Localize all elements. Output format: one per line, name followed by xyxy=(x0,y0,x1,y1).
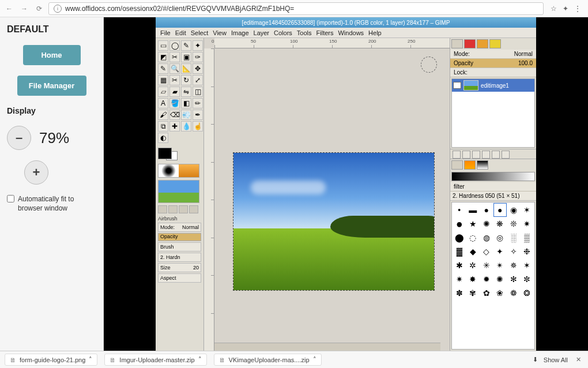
undo-tab[interactable] xyxy=(489,39,501,48)
zoom-in-button[interactable]: + xyxy=(24,160,48,185)
tool-options-tab-2[interactable] xyxy=(168,205,178,213)
tool-smudge[interactable]: ☝ xyxy=(193,121,203,132)
brush-cell[interactable]: ◎ xyxy=(494,231,507,244)
menu-windows[interactable]: Windows xyxy=(338,29,364,36)
brush-cell[interactable]: ❁ xyxy=(507,287,520,299)
brush-cell[interactable]: ● xyxy=(494,204,507,216)
layer-visibility-icon[interactable] xyxy=(453,82,461,89)
brush-cell[interactable]: ✼ xyxy=(521,273,534,286)
tool-color-select[interactable]: ◩ xyxy=(158,52,168,62)
tool-scale[interactable]: ⤢ xyxy=(193,75,203,85)
layer-thumbnail[interactable] xyxy=(463,80,478,91)
tool-clone[interactable]: ⧉ xyxy=(158,121,168,132)
brush-cell[interactable]: ✧ xyxy=(507,245,520,258)
tool-text[interactable]: A xyxy=(158,98,168,108)
brush-cell[interactable]: ✸ xyxy=(467,273,480,286)
brush-cell[interactable]: ✶ xyxy=(521,259,534,272)
brush-cell[interactable]: ✽ xyxy=(453,287,466,299)
new-layer-icon[interactable] xyxy=(453,151,461,159)
tool-rect-select[interactable]: ▭ xyxy=(158,40,168,51)
tool-paintbrush[interactable]: 🖌 xyxy=(158,110,168,120)
home-button[interactable]: Home xyxy=(23,45,81,65)
tool-align[interactable]: ▦ xyxy=(158,75,168,85)
layers-tab[interactable] xyxy=(451,39,463,48)
canvas[interactable] xyxy=(214,48,450,340)
tool-scissors[interactable]: ✂ xyxy=(169,52,180,62)
tool-size-row[interactable]: Size 20 xyxy=(158,263,201,272)
tool-cage[interactable]: ◫ xyxy=(193,87,203,97)
reload-button[interactable]: ⟳ xyxy=(33,3,45,14)
auto-fit-input[interactable] xyxy=(7,195,14,202)
brush-cell[interactable]: ✲ xyxy=(467,259,480,272)
close-download-bar[interactable]: ✕ xyxy=(574,356,583,363)
tool-options-tab-1[interactable] xyxy=(158,205,167,213)
tool-blend[interactable]: ◧ xyxy=(181,98,191,108)
brush-filter-row[interactable]: filter xyxy=(450,182,536,191)
tool-airbrush[interactable]: 💨 xyxy=(181,110,191,120)
chevron-up-icon[interactable]: ˄ xyxy=(89,356,92,363)
tool-dodge[interactable]: ◐ xyxy=(158,133,168,143)
tool-mode-row[interactable]: Mode: Normal xyxy=(158,223,201,232)
tool-heal[interactable]: ✚ xyxy=(169,121,180,132)
brush-cell[interactable]: ▒ xyxy=(521,231,534,244)
menu-help[interactable]: Help xyxy=(368,29,382,36)
tool-aspect-row[interactable]: Aspect xyxy=(158,273,201,283)
brush-cell[interactable]: ✺ xyxy=(480,217,493,230)
anchor-layer-icon[interactable] xyxy=(492,151,500,159)
tool-color-picker[interactable]: ✎ xyxy=(158,63,168,74)
download-item[interactable]: 🗎 VKimageUploader-mas....zip ˄ xyxy=(214,354,322,366)
back-button[interactable]: ← xyxy=(3,3,15,14)
brush-cell[interactable]: ◌ xyxy=(467,231,480,244)
tool-eraser[interactable]: ⌫ xyxy=(169,110,180,120)
menu-image[interactable]: Image xyxy=(231,29,249,36)
brush-cell[interactable]: ✿ xyxy=(480,287,493,299)
brush-cell[interactable]: ✱ xyxy=(453,259,466,272)
brush-preview[interactable] xyxy=(158,164,199,178)
tool-blur[interactable]: 💧 xyxy=(181,121,191,132)
brush-cell[interactable]: ✷ xyxy=(453,273,466,286)
layers-list[interactable]: editimage1 xyxy=(451,78,535,148)
tool-options-tab-3[interactable] xyxy=(179,205,188,213)
bookmark-star-icon[interactable]: ☆ xyxy=(551,5,557,13)
brush-cell[interactable]: ❋ xyxy=(494,217,507,230)
gradients-tab[interactable] xyxy=(477,160,488,170)
tool-foreground[interactable]: ▣ xyxy=(181,52,191,62)
brush-cell[interactable]: ✾ xyxy=(467,287,480,299)
delete-layer-icon[interactable] xyxy=(502,151,510,159)
brush-cell[interactable]: • xyxy=(453,204,466,216)
brush-cell[interactable]: ✳ xyxy=(480,259,493,272)
menu-filters[interactable]: Filters xyxy=(316,29,334,36)
foreground-color[interactable] xyxy=(158,148,172,159)
selection-marquee[interactable] xyxy=(421,57,437,73)
ruler-vertical[interactable] xyxy=(204,48,214,351)
brush-cell[interactable]: ✶ xyxy=(521,204,534,216)
layer-opacity-row[interactable]: Opacity 100.0 xyxy=(450,59,536,68)
image-content[interactable] xyxy=(233,152,435,291)
paths-tab[interactable] xyxy=(477,39,488,48)
patterns-tab[interactable] xyxy=(464,160,476,170)
tool-opacity-slider[interactable]: Opacity xyxy=(158,233,201,241)
brush-cell[interactable]: ● xyxy=(480,204,493,216)
brush-cell[interactable]: ◆ xyxy=(467,245,480,258)
brush-cell[interactable]: ▓ xyxy=(453,245,466,258)
menu-layer[interactable]: Layer xyxy=(254,29,270,36)
gradient-preview[interactable] xyxy=(451,172,535,181)
tool-free-select[interactable]: ✎ xyxy=(181,40,191,51)
extension-icon[interactable]: ✦ xyxy=(563,5,568,13)
chevron-up-icon[interactable]: ˄ xyxy=(198,356,202,363)
layer-name[interactable]: editimage1 xyxy=(481,82,509,89)
menu-select[interactable]: Select xyxy=(191,29,209,36)
brush-cell[interactable]: ✻ xyxy=(507,273,520,286)
raise-layer-icon[interactable] xyxy=(462,151,470,159)
channels-tab[interactable] xyxy=(464,39,476,48)
tool-crop[interactable]: ✂ xyxy=(169,75,180,85)
menu-tools[interactable]: Tools xyxy=(297,29,312,36)
brush-cell[interactable]: ❀ xyxy=(494,287,507,299)
tool-pencil[interactable]: ✏ xyxy=(193,98,203,108)
brush-cell[interactable]: ★ xyxy=(467,217,480,230)
chevron-up-icon[interactable]: ˄ xyxy=(313,356,316,363)
brush-cell[interactable]: ✹ xyxy=(480,273,493,286)
file-manager-button[interactable]: File Manager xyxy=(17,76,86,96)
image-thumbnail[interactable] xyxy=(158,180,199,203)
auto-fit-checkbox[interactable]: Automatically fit to browser window xyxy=(7,195,96,213)
